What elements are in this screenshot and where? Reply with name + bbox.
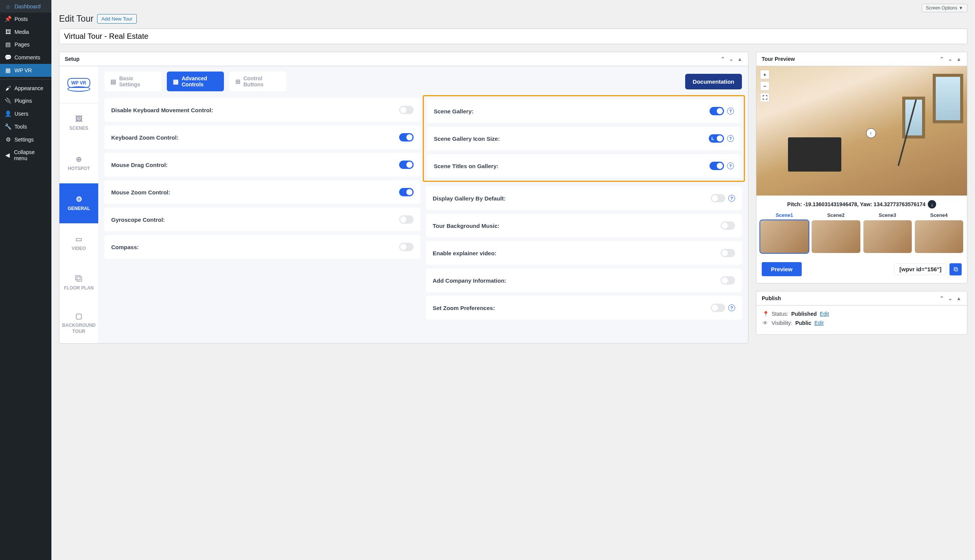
scene-thumb-4[interactable] <box>915 220 963 253</box>
hotspot-arrow-icon[interactable]: ↑ <box>866 128 876 138</box>
publish-postbox: Publish ⌃ ⌄ ▴ 📍 Status: Published Edit <box>756 291 967 335</box>
scene-thumbnails: Scene1 Scene2 Scene3 Scene4 <box>756 212 967 257</box>
sidebar-item-settings[interactable]: ⚙Settings <box>0 133 52 146</box>
side-tab-floor-plan[interactable]: ⿻FLOOR PLAN <box>59 263 98 303</box>
toggle-mouse-drag[interactable] <box>399 160 414 169</box>
status-value: Published <box>791 311 817 317</box>
setting-company-info: Add Company Information: <box>426 268 742 292</box>
toggle-mouse-zoom[interactable] <box>399 188 414 196</box>
download-coords-button[interactable]: ↓ <box>928 200 936 208</box>
publish-box-title: Publish <box>762 295 781 301</box>
side-tab-background-tour[interactable]: ▢BACKGROUND TOUR <box>59 303 98 343</box>
sidebar-item-dashboard[interactable]: ⌂Dashboard <box>0 0 52 13</box>
copy-shortcode-button[interactable]: ⧉ <box>950 263 962 275</box>
scene-thumb-3[interactable] <box>863 220 912 253</box>
toggle-company-info[interactable] <box>721 276 735 285</box>
sidebar-item-users[interactable]: 👤Users <box>0 107 52 120</box>
move-up-icon[interactable]: ⌃ <box>939 295 945 301</box>
zoom-out-button[interactable]: − <box>760 82 769 90</box>
toggle-disable-keyboard-movement[interactable] <box>399 106 414 114</box>
help-icon[interactable]: ? <box>727 162 734 169</box>
appearance-icon: 🖌 <box>5 85 12 91</box>
help-icon[interactable]: ? <box>728 195 735 202</box>
general-icon: ⚙ <box>76 195 82 203</box>
visibility-value: Public <box>795 320 811 326</box>
media-icon: 🖼 <box>5 28 12 35</box>
tab-control-buttons[interactable]: ⊞ControlButtons <box>229 72 286 91</box>
help-icon[interactable]: ? <box>728 304 735 311</box>
toggle-keyboard-zoom[interactable] <box>399 133 414 142</box>
move-down-icon[interactable]: ⌄ <box>728 56 734 62</box>
toggle-panel-icon[interactable]: ▴ <box>956 56 962 62</box>
tour-title-input[interactable] <box>59 28 967 44</box>
move-up-icon[interactable]: ⌃ <box>720 56 726 62</box>
scene-tab-1[interactable]: Scene1 <box>760 212 809 218</box>
setting-scene-gallery: Scene Gallery: ? <box>427 99 741 123</box>
side-tab-video[interactable]: ▭VIDEO <box>59 223 98 263</box>
edit-status-link[interactable]: Edit <box>820 311 829 317</box>
toggle-panel-icon[interactable]: ▴ <box>737 56 743 62</box>
move-up-icon[interactable]: ⌃ <box>939 56 945 62</box>
scene-thumb-2[interactable] <box>812 220 860 253</box>
side-tab-general[interactable]: ⚙GENERAL <box>59 183 98 223</box>
scene-tab-4[interactable]: Scene4 <box>915 212 963 218</box>
scene-tab-3[interactable]: Scene3 <box>863 212 912 218</box>
add-new-tour-button[interactable]: Add New Tour <box>97 14 136 23</box>
shortcode-display: [wpvr id="156"] <box>894 263 947 275</box>
toggle-scene-gallery[interactable] <box>709 107 724 115</box>
setting-zoom-preferences: Set Zoom Preferences: ? <box>426 296 742 320</box>
wpvr-icon: ▦ <box>5 67 12 74</box>
screen-options-button[interactable]: Screen Options ▼ <box>921 4 967 12</box>
toggle-explainer-video[interactable] <box>721 249 735 257</box>
sidebar-item-plugins[interactable]: 🔌Plugins <box>0 94 52 107</box>
tour-preview-postbox: Tour Preview ⌃ ⌄ ▴ + <box>756 52 967 283</box>
sidebar-item-media[interactable]: 🖼Media <box>0 25 52 38</box>
sidebar-item-collapse[interactable]: ◀Collapse menu <box>0 146 52 164</box>
documentation-button[interactable]: Documentation <box>685 74 742 89</box>
pages-icon: ▤ <box>5 41 12 48</box>
toggle-compass[interactable] <box>399 243 414 251</box>
sidebar-item-comments[interactable]: 💬Comments <box>0 51 52 64</box>
toggle-scene-gallery-icon-size[interactable]: L <box>709 134 724 143</box>
fullscreen-button[interactable]: ⛶ <box>760 93 769 102</box>
tab-advanced-controls[interactable]: ▦AdvancedControls <box>167 72 224 91</box>
scene-thumb-1[interactable] <box>760 220 809 253</box>
sidebar-item-posts[interactable]: 📌Posts <box>0 13 52 25</box>
panorama-preview[interactable]: + − ⛶ ↑ <box>756 66 967 195</box>
admin-sidebar: ⌂Dashboard 📌Posts 🖼Media ▤Pages 💬Comment… <box>0 0 52 560</box>
toggle-background-music[interactable] <box>721 222 735 230</box>
setting-explainer-video: Enable explainer video: <box>426 241 742 265</box>
toggle-zoom-preferences[interactable] <box>711 303 725 312</box>
move-down-icon[interactable]: ⌄ <box>947 56 953 62</box>
toggle-display-gallery-default[interactable] <box>711 194 725 202</box>
setup-box-title: Setup <box>65 56 80 62</box>
scene-tab-2[interactable]: Scene2 <box>812 212 860 218</box>
collapse-icon: ◀ <box>5 152 11 158</box>
edit-visibility-link[interactable]: Edit <box>814 320 823 326</box>
setting-mouse-drag: Mouse Drag Control: <box>104 153 420 177</box>
side-tab-hotspot[interactable]: ⊕HOTSPOT <box>59 143 98 183</box>
zoom-in-button[interactable]: + <box>760 70 769 79</box>
hotspot-icon: ⊕ <box>76 155 82 163</box>
toggle-panel-icon[interactable]: ▴ <box>956 295 962 301</box>
help-icon[interactable]: ? <box>727 135 734 142</box>
setting-background-music: Tour Background Music: <box>426 214 742 237</box>
comments-icon: 💬 <box>5 54 12 61</box>
setup-side-tabs: WP VR 🖼SCENES ⊕HOTSPOT ⚙GENERAL ▭VIDEO ⿻… <box>59 66 98 343</box>
control-buttons-icon: ⊞ <box>235 78 240 85</box>
tab-basic-settings[interactable]: ▤BasicSettings <box>104 72 162 91</box>
sidebar-item-tools[interactable]: 🔧Tools <box>0 120 52 133</box>
preview-button[interactable]: Preview <box>762 262 802 276</box>
setting-scene-titles-on-gallery: Scene Titles on Gallery: ? <box>427 154 741 178</box>
toggle-scene-titles[interactable] <box>709 162 724 170</box>
sidebar-item-appearance[interactable]: 🖌Appearance <box>0 82 52 94</box>
users-icon: 👤 <box>5 110 12 117</box>
help-icon[interactable]: ? <box>727 108 734 115</box>
side-tab-scenes[interactable]: 🖼SCENES <box>59 103 98 143</box>
page-title: Edit Tour <box>59 14 93 24</box>
sidebar-item-pages[interactable]: ▤Pages <box>0 38 52 51</box>
highlighted-settings-group: Scene Gallery: ? Scene Gallery Icon Size… <box>423 95 745 182</box>
move-down-icon[interactable]: ⌄ <box>947 295 953 301</box>
toggle-gyroscope[interactable] <box>399 215 414 224</box>
sidebar-item-wp-vr[interactable]: ▦WP VR <box>0 64 52 77</box>
